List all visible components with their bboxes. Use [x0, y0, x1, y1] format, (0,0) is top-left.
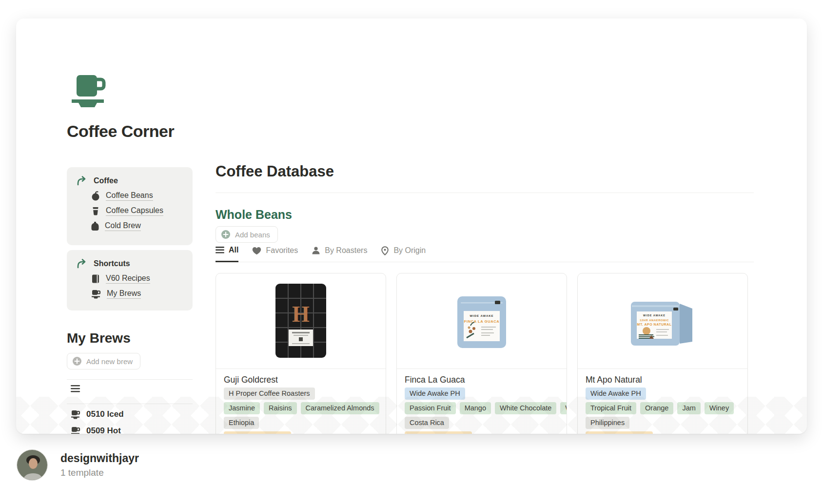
roaster-tag: Wide Awake PH [405, 388, 465, 400]
note-tag: Passion Fruit [405, 402, 456, 414]
sidebar-item-v60-recipes[interactable]: V60 Recipes [91, 274, 183, 284]
curved-arrow-icon [77, 259, 87, 269]
note-tag: Jam [677, 402, 700, 414]
roaster-tag-row: Wide Awake PH [586, 388, 740, 400]
brew-entry-0509-hot[interactable]: 0509 Hot [71, 426, 121, 434]
card-body: Guji Goldcrest H Proper Coffee Roasters … [216, 369, 386, 434]
tab-favorites[interactable]: Favorites [252, 246, 298, 262]
origin-tag: Philippines [586, 417, 629, 429]
curved-arrow-icon [77, 176, 87, 186]
tasting-notes-row: Jasmine Raisins Caramelized Almonds [224, 402, 378, 414]
bag-letter: H [292, 302, 310, 327]
note-tag: Mango [460, 402, 491, 414]
bag-line1: 12HR ANAEROBIC [640, 319, 669, 322]
sidebar-item-label: Cold Brew [105, 221, 141, 231]
tab-label: By Origin [393, 246, 426, 255]
product-image-blue-pouch: WIDE AWAKE FINCA LA GUACA [397, 273, 567, 369]
section-heading: Whole Beans [216, 208, 292, 222]
origin-tag-row: Ethiopia [224, 417, 378, 429]
coffee-capsule-icon [91, 206, 100, 216]
note-tag: Caramelized Almonds [301, 402, 379, 414]
roaster-tag-row: H Proper Coffee Roasters [224, 388, 378, 400]
sidebar-item-coffee-beans[interactable]: Coffee Beans [91, 191, 183, 201]
creator-profile-link[interactable]: designwithjayr 1 template [17, 449, 139, 481]
add-new-brew-button[interactable]: Add new brew [67, 353, 140, 369]
add-beans-button[interactable]: Add beans [216, 226, 278, 243]
bean-name: Mt Apo Natural [586, 375, 740, 385]
creator-name: designwithjayr [60, 452, 139, 465]
brew-entry-label: 0509 Hot [86, 426, 121, 434]
coffee-cup-icon [91, 290, 101, 299]
coffee-bean-icon [91, 191, 100, 201]
page-title: Coffee Database [216, 163, 334, 180]
origin-tag: Costa Rica [405, 417, 449, 429]
add-beans-label: Add beans [235, 231, 270, 239]
sidebar-item-cold-brew[interactable]: Cold Brew [91, 221, 183, 231]
view-tabs: All Favorites By Roasters [216, 246, 754, 262]
clipped-tag-row [405, 431, 559, 434]
beans-card-grid: H Guji Goldcrest H Proper Coffee Roaster… [216, 273, 748, 434]
note-tag: White Chocolate [495, 402, 556, 414]
clipped-tag [405, 431, 472, 434]
note-tag: Winey [560, 402, 567, 414]
my-brews-heading: My Brews [67, 330, 131, 346]
sidebar-item-coffee-capsules[interactable]: Coffee Capsules [91, 206, 183, 216]
sidebar-item-my-brews[interactable]: My Brews [91, 289, 183, 299]
creator-template-count: 1 template [60, 467, 139, 478]
avatar[interactable] [17, 449, 48, 481]
roaster-tag: H Proper Coffee Roasters [224, 388, 315, 400]
coffee-cup-icon [71, 426, 80, 434]
bean-card-finca-la-guaca[interactable]: WIDE AWAKE FINCA LA GUACA Finca [396, 273, 567, 434]
origin-tag-row: Costa Rica [405, 417, 559, 429]
sidebar-group-shortcuts: Shortcuts V60 Recipes [67, 250, 193, 310]
tab-all[interactable]: All [216, 246, 238, 262]
bean-name: Guji Goldcrest [224, 375, 378, 385]
bean-name: Finca La Guaca [405, 375, 559, 385]
sidebar-item-label: V60 Recipes [106, 274, 150, 284]
creator-info: designwithjayr 1 template [60, 452, 139, 478]
origin-tag: Ethiopia [224, 417, 259, 429]
tab-label: Favorites [266, 246, 298, 255]
clipped-tag [224, 431, 291, 434]
sidebar-group-label: Coffee [94, 176, 118, 185]
sidebar-group-coffee: Coffee Coffee Beans [67, 167, 193, 245]
cold-brew-icon [91, 221, 99, 231]
sidebar-item-label: My Brews [107, 289, 141, 299]
main-content: Coffee Database Whole Beans Add beans [216, 19, 754, 434]
bag-brand: WIDE AWAKE [470, 314, 493, 317]
divider [67, 404, 193, 404]
book-icon [91, 274, 100, 284]
tab-by-origin[interactable]: By Origin [381, 246, 426, 262]
pin-icon [381, 246, 389, 255]
bean-card-guji-goldcrest[interactable]: H Guji Goldcrest H Proper Coffee Roaster… [216, 273, 386, 434]
divider [67, 379, 193, 380]
drag-handle-icon[interactable] [71, 385, 80, 392]
bean-card-mt-apo-natural[interactable]: WIDE AWAKE 12HR ANAEROBIC MT. APO NATURA… [577, 273, 748, 434]
note-tag: Winey [705, 402, 734, 414]
list-icon [216, 247, 224, 253]
product-image-black-bag: H [216, 273, 386, 369]
roaster-tag-row: Wide Awake PH [405, 388, 559, 400]
brew-entry-0510-iced[interactable]: 0510 Iced [71, 409, 124, 419]
heart-icon [252, 247, 261, 255]
card-body: Mt Apo Natural Wide Awake PH Tropical Fr… [578, 369, 747, 434]
divider [216, 193, 754, 193]
sidebar-item-label: Coffee Beans [106, 191, 153, 201]
tasting-notes-row: Passion Fruit Mango White Chocolate Wine… [405, 402, 559, 414]
person-icon [312, 246, 320, 255]
brew-entry-label: 0510 Iced [86, 409, 124, 419]
clipped-tag [586, 431, 653, 434]
plus-circle-icon [221, 230, 231, 239]
clipped-tag-row [224, 431, 378, 434]
sidebar: Coffee Corner Coffee [67, 19, 193, 434]
note-tag: Raisins [264, 402, 297, 414]
tasting-notes-row: Tropical Fruit Orange Jam Winey [586, 402, 740, 414]
clipped-tag-row [586, 431, 740, 434]
workspace-title: Coffee Corner [67, 122, 174, 141]
roaster-tag: Wide Awake PH [586, 388, 646, 400]
product-image-blue-bag: WIDE AWAKE 12HR ANAEROBIC MT. APO NATURA… [578, 273, 747, 369]
template-page-card: Coffee Corner Coffee [16, 19, 807, 434]
origin-tag-row: Philippines [586, 417, 740, 429]
tab-label: By Roasters [325, 246, 367, 255]
tab-by-roasters[interactable]: By Roasters [312, 246, 367, 262]
